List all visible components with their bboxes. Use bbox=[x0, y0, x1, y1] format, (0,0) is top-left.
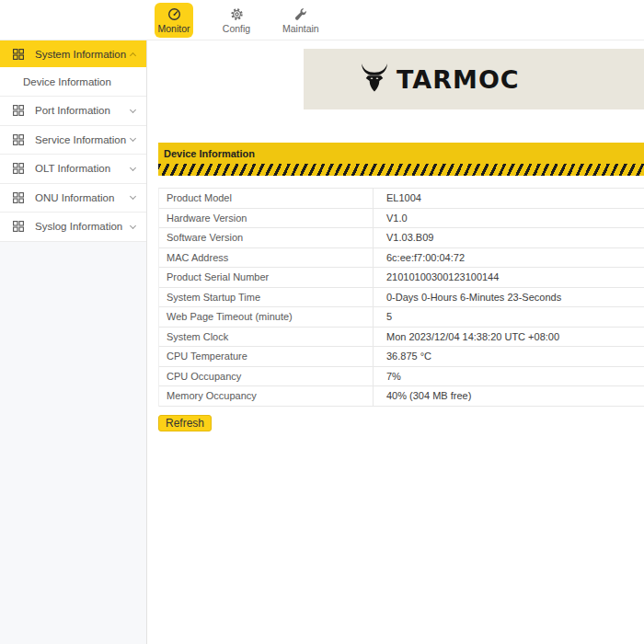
table-row: MAC Address 6c:ee:f7:00:04:72 bbox=[159, 248, 644, 269]
table-cell-value: 6c:ee:f7:00:04:72 bbox=[374, 248, 644, 268]
gear-icon bbox=[230, 6, 244, 21]
hazard-stripes bbox=[158, 164, 644, 176]
top-header: Monitor Config Maintain bbox=[0, 0, 644, 40]
table-cell-value: V1.03.B09 bbox=[374, 228, 644, 247]
brand-banner: TARMOC bbox=[304, 49, 644, 109]
table-cell-value: V1.0 bbox=[374, 209, 644, 228]
brand-name: TARMOC bbox=[397, 65, 520, 94]
tab-maintain[interactable]: Maintain bbox=[280, 3, 322, 38]
table-cell-value: 36.875 °C bbox=[374, 347, 644, 366]
table-cell-label: MAC Address bbox=[159, 248, 374, 268]
tab-label: Maintain bbox=[282, 23, 319, 34]
table-row: Product Model EL1004 bbox=[159, 189, 644, 209]
top-tab-bar: Monitor Config Maintain bbox=[155, 3, 322, 38]
section-title-bar: Device Information bbox=[158, 143, 644, 164]
sidebar-item-label: ONU Information bbox=[35, 192, 131, 203]
chevron-down-icon bbox=[130, 52, 136, 58]
sidebar-item-label: OLT Information bbox=[35, 163, 131, 174]
table-cell-label: Memory Occupancy bbox=[159, 386, 374, 406]
chevron-down-icon bbox=[130, 165, 136, 171]
table-cell-value: 7% bbox=[374, 367, 644, 386]
sidebar-item-onu-information[interactable]: ONU Information bbox=[0, 184, 146, 213]
table-cell-label: Product Serial Number bbox=[159, 268, 374, 287]
table-cell-label: Hardware Version bbox=[159, 209, 374, 228]
table-cell-value: EL1004 bbox=[374, 189, 644, 208]
section-title: Device Information bbox=[164, 148, 255, 159]
table-row: Software Version V1.03.B09 bbox=[159, 228, 644, 248]
table-row: Web Page Timeout (minute) 5 bbox=[159, 307, 644, 328]
table-cell-label: Product Model bbox=[159, 189, 374, 208]
table-cell-label: CPU Temperature bbox=[159, 347, 374, 366]
sidebar-item-port-information[interactable]: Port Information bbox=[0, 97, 146, 126]
tab-monitor[interactable]: Monitor bbox=[155, 3, 193, 38]
table-row: Product Serial Number 210101003001231001… bbox=[159, 268, 644, 288]
sidebar-item-label: Device Information bbox=[23, 76, 135, 87]
table-cell-label: System Clock bbox=[159, 328, 374, 347]
table-cell-label: Web Page Timeout (minute) bbox=[159, 307, 374, 327]
tab-label: Monitor bbox=[157, 23, 190, 34]
device-information-section: Device Information bbox=[158, 143, 644, 176]
sidebar-item-label: System Information bbox=[35, 49, 131, 60]
table-cell-label: Software Version bbox=[159, 228, 374, 247]
wrench-icon bbox=[293, 6, 307, 21]
sidebar-item-service-information[interactable]: Service Information bbox=[0, 126, 146, 155]
tab-config[interactable]: Config bbox=[217, 3, 256, 38]
chevron-down-icon bbox=[130, 107, 136, 113]
table-cell-label: CPU Occupancy bbox=[159, 367, 374, 386]
refresh-button[interactable]: Refresh bbox=[158, 415, 212, 431]
sidebar-item-device-information[interactable]: Device Information bbox=[0, 67, 146, 97]
table-cell-value: 5 bbox=[374, 307, 644, 327]
table-cell-value: 21010100300123100144 bbox=[374, 268, 644, 287]
chevron-down-icon bbox=[130, 193, 136, 200]
sidebar-item-label: Syslog Information bbox=[35, 221, 131, 232]
grid-icon bbox=[13, 134, 24, 145]
grid-icon bbox=[13, 163, 24, 174]
grid-icon bbox=[13, 105, 24, 116]
sidebar-item-olt-information[interactable]: OLT Information bbox=[0, 155, 146, 184]
grid-icon bbox=[13, 221, 24, 232]
table-row: Memory Occupancy 40% (304 MB free) bbox=[159, 386, 644, 407]
sidebar-item-label: Service Information bbox=[35, 134, 131, 145]
gauge-icon bbox=[167, 6, 181, 21]
chevron-down-icon bbox=[130, 223, 136, 229]
table-cell-value: 40% (304 MB free) bbox=[374, 386, 644, 406]
sidebar: System Information Device Information bbox=[0, 40, 147, 644]
sidebar-item-label: Port Information bbox=[35, 105, 131, 116]
table-row: Hardware Version V1.0 bbox=[159, 209, 644, 229]
tab-label: Config bbox=[223, 23, 250, 34]
table-row: System Clock Mon 2023/12/04 14:38:20 UTC… bbox=[159, 328, 644, 348]
table-row: System Startup Time 0-Days 0-Hours 6-Min… bbox=[159, 288, 644, 308]
device-info-table: Product Model EL1004 Hardware Version V1… bbox=[158, 188, 644, 407]
grid-icon bbox=[13, 192, 24, 203]
chevron-down-icon bbox=[130, 135, 136, 142]
table-row: CPU Temperature 36.875 °C bbox=[159, 347, 644, 367]
sidebar-item-syslog-information[interactable]: Syslog Information bbox=[0, 213, 146, 242]
table-cell-label: System Startup Time bbox=[159, 288, 374, 307]
main-content: TARMOC Device Information Product Model … bbox=[147, 40, 644, 644]
table-row: CPU Occupancy 7% bbox=[159, 367, 644, 387]
table-cell-value: Mon 2023/12/04 14:38:20 UTC +08:00 bbox=[374, 328, 644, 347]
table-cell-value: 0-Days 0-Hours 6-Minutes 23-Seconds bbox=[374, 288, 644, 307]
bull-icon bbox=[361, 62, 388, 97]
grid-icon bbox=[13, 49, 24, 60]
sidebar-item-system-information[interactable]: System Information bbox=[0, 40, 146, 67]
